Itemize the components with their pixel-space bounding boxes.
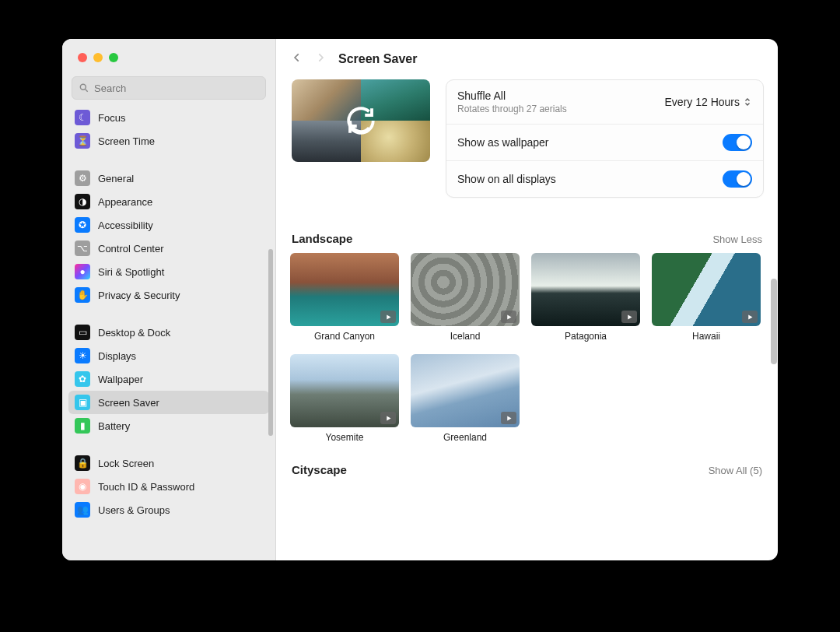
sidebar-item-privacy-security[interactable]: ✋Privacy & Security: [68, 283, 269, 307]
nav-forward-button[interactable]: [315, 51, 326, 68]
svg-marker-7: [507, 416, 511, 420]
sidebar-item-general[interactable]: ⚙General: [68, 167, 269, 190]
focus-icon: ☾: [75, 110, 90, 125]
search-icon: [79, 83, 89, 93]
sidebar-item-screen-time[interactable]: ⏳Screen Time: [68, 129, 269, 153]
search-field[interactable]: [72, 76, 266, 100]
svg-marker-2: [387, 314, 390, 319]
sidebar-item-label: Siri & Spotlight: [98, 266, 164, 278]
shuffle-interval-dropdown[interactable]: Every 12 Hours: [665, 96, 752, 108]
play-icon: [380, 311, 396, 323]
sidebar-item-label: Screen Saver: [98, 397, 159, 409]
sidebar-item-displays[interactable]: ☀Displays: [68, 344, 269, 367]
screensaver-label: Iceland: [411, 331, 520, 342]
screensaver-card[interactable]: Patagonia: [531, 253, 640, 342]
general-icon: ⚙: [75, 170, 90, 186]
sidebar-item-appearance[interactable]: ◑Appearance: [68, 190, 269, 213]
thumbnail-grid: Grand CanyonIcelandPatagoniaHawaiiYosemi…: [290, 253, 764, 443]
search-input[interactable]: [94, 83, 259, 94]
content-scrollbar[interactable]: [771, 279, 777, 364]
svg-line-1: [86, 90, 88, 92]
sidebar-item-focus[interactable]: ☾Focus: [68, 106, 269, 129]
sidebar-item-label: Screen Time: [98, 135, 155, 147]
sidebar-item-label: Control Center: [98, 243, 164, 255]
play-icon: [742, 311, 758, 323]
minimize-icon[interactable]: [93, 53, 103, 62]
sidebar-item-users-groups[interactable]: 👥Users & Groups: [68, 498, 269, 521]
appearance-icon: ◑: [75, 194, 90, 209]
sidebar-item-wallpaper[interactable]: ✿Wallpaper: [68, 367, 269, 391]
chevron-updown-icon: [743, 96, 752, 108]
sidebar-item-label: Displays: [98, 350, 136, 362]
svg-point-0: [80, 84, 86, 90]
screensaver-thumb: [290, 354, 399, 427]
play-icon: [501, 412, 516, 424]
shuffle-preview[interactable]: [292, 79, 430, 162]
sidebar-item-label: Wallpaper: [98, 374, 143, 385]
play-icon: [621, 311, 637, 323]
zoom-icon[interactable]: [109, 53, 118, 62]
sidebar-item-desktop-dock[interactable]: ▭Desktop & Dock: [68, 321, 269, 344]
desktop-icon: ▭: [75, 325, 90, 340]
alldisplays-row: Show on all displays: [446, 160, 763, 197]
sidebar-item-touch-id-password[interactable]: ◉Touch ID & Password: [68, 475, 269, 498]
section-toggle-link[interactable]: Show All (5): [709, 465, 762, 476]
accessibility-icon: ✪: [75, 217, 90, 233]
wallpaper-toggle[interactable]: [723, 134, 752, 151]
screensaver-thumb: [531, 253, 640, 326]
sidebar-item-lock-screen[interactable]: 🔒Lock Screen: [68, 451, 269, 475]
sidebar-item-control-center[interactable]: ⌥Control Center: [68, 237, 269, 260]
section-title: Cityscape: [292, 463, 347, 476]
shuffle-icon: [292, 79, 430, 162]
options-panel: Shuffle All Rotates through 27 aerials E…: [446, 79, 764, 198]
screensaver-label: Grand Canyon: [290, 331, 399, 342]
close-icon[interactable]: [78, 53, 87, 62]
users-icon: 👥: [75, 502, 90, 518]
sidebar-item-label: Accessibility: [98, 219, 153, 231]
sidebar-item-siri-spotlight[interactable]: ●Siri & Spotlight: [68, 260, 269, 283]
settings-window: ☾Focus⏳Screen Time⚙General◑Appearance✪Ac…: [62, 39, 778, 560]
screensaver-card[interactable]: Hawaii: [652, 253, 761, 342]
main-panel: Screen Saver Shuffle All Rotates through…: [276, 39, 778, 560]
shuffle-title: Shuffle All: [457, 90, 567, 102]
sidebar-item-label: Lock Screen: [98, 458, 154, 469]
alldisplays-label: Show on all displays: [457, 173, 556, 185]
lockscreen-icon: 🔒: [75, 455, 90, 471]
window-controls: [62, 39, 275, 67]
sidebar-item-label: Appearance: [98, 196, 152, 208]
screensaver-thumb: [290, 253, 399, 326]
section-toggle-link[interactable]: Show Less: [712, 233, 762, 245]
section-header: LandscapeShow Less: [292, 232, 762, 245]
screensaver-label: Hawaii: [652, 331, 761, 342]
page-title: Screen Saver: [338, 52, 417, 66]
alldisplays-toggle[interactable]: [723, 170, 752, 188]
sidebar-item-label: Users & Groups: [98, 504, 170, 516]
play-icon: [501, 311, 516, 323]
screensaver-card[interactable]: Grand Canyon: [290, 253, 399, 342]
sidebar-scrollbar[interactable]: [268, 249, 273, 436]
screensaver-label: Patagonia: [531, 331, 640, 342]
sidebar-item-accessibility[interactable]: ✪Accessibility: [68, 213, 269, 237]
screentime-icon: ⏳: [75, 133, 90, 149]
screensaver-thumb: [652, 253, 761, 326]
shuffle-row: Shuffle All Rotates through 27 aerials E…: [446, 80, 763, 124]
screensaver-card[interactable]: Yosemite: [290, 354, 399, 443]
svg-marker-6: [387, 416, 390, 420]
screensaver-card[interactable]: Greenland: [411, 354, 520, 443]
shuffle-subtitle: Rotates through 27 aerials: [457, 104, 567, 114]
sidebar-item-label: Touch ID & Password: [98, 481, 194, 493]
wallpaper-row: Show as wallpaper: [446, 124, 763, 160]
sidebar-item-battery[interactable]: ▮Battery: [68, 414, 269, 437]
sidebar-item-label: General: [98, 173, 134, 184]
nav-back-button[interactable]: [292, 51, 303, 68]
screensaver-label: Greenland: [411, 432, 520, 443]
siri-icon: ●: [75, 264, 90, 279]
section-title: Landscape: [292, 232, 352, 245]
displays-icon: ☀: [75, 348, 90, 363]
screensaver-card[interactable]: Iceland: [411, 253, 520, 342]
content-scroll: LandscapeShow LessGrand CanyonIcelandPat…: [276, 227, 778, 560]
sidebar-item-screen-saver[interactable]: ▣Screen Saver: [68, 391, 269, 414]
sidebar-item-label: Battery: [98, 420, 130, 432]
preview-area: Shuffle All Rotates through 27 aerials E…: [276, 79, 778, 227]
controlcenter-icon: ⌥: [75, 241, 90, 256]
